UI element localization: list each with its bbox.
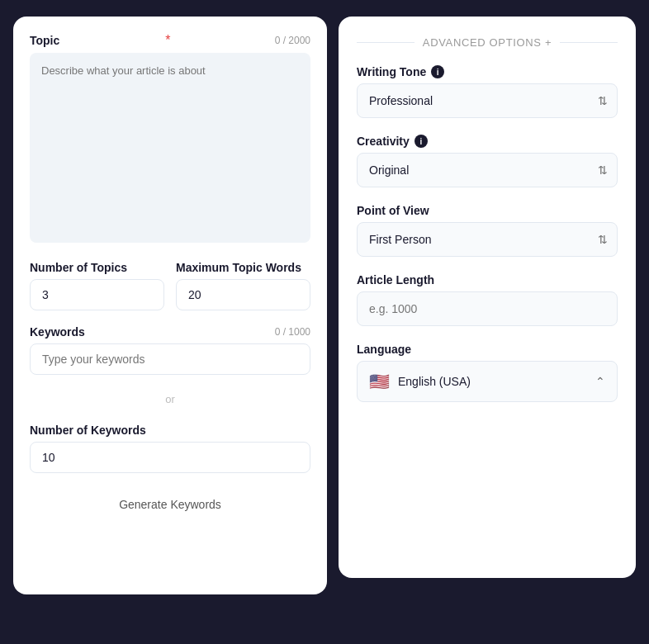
max-topic-words-input[interactable] <box>176 279 310 310</box>
topic-textarea[interactable] <box>30 53 310 243</box>
writing-tone-label-row: Writing Tone i <box>357 65 618 78</box>
topic-section: Topic* 0 / 2000 <box>30 33 310 246</box>
language-label-row: Language <box>357 343 618 356</box>
num-topics-input[interactable] <box>30 279 164 310</box>
point-of-view-label: Point of View <box>357 204 429 217</box>
topic-char-count: 0 / 2000 <box>275 35 310 46</box>
writing-tone-info-icon[interactable]: i <box>431 65 444 78</box>
num-keywords-group: Number of Keywords <box>30 424 310 473</box>
required-indicator: * <box>165 33 170 48</box>
generate-keywords-button[interactable]: Generate Keywords <box>30 491 310 518</box>
point-of-view-section: Point of View First Person Second Person… <box>357 204 618 257</box>
max-topic-words-group: Maximum Topic Words <box>176 261 310 310</box>
right-panel: ADVANCED OPTIONS + Writing Tone i Profes… <box>339 17 636 578</box>
advanced-options-header: ADVANCED OPTIONS + <box>357 36 618 49</box>
topic-label: Topic <box>30 34 59 47</box>
creativity-info-icon[interactable]: i <box>415 135 428 148</box>
keywords-input[interactable] <box>30 343 310 375</box>
keywords-label: Keywords <box>30 325 85 339</box>
num-keywords-input[interactable] <box>30 442 310 473</box>
creativity-label-row: Creativity i <box>357 135 618 148</box>
or-divider: or <box>30 393 310 405</box>
num-keywords-label: Number of Keywords <box>30 424 310 437</box>
language-chevron-up-icon: ⌃ <box>595 375 605 388</box>
point-of-view-select-wrapper: First Person Second Person Third Person … <box>357 222 618 257</box>
creativity-section: Creativity i Original Low Medium High ⇅ <box>357 135 618 187</box>
num-topics-group: Number of Topics <box>30 261 164 310</box>
article-length-input[interactable] <box>357 291 618 326</box>
language-value: English (USA) <box>398 375 471 388</box>
keywords-char-count: 0 / 1000 <box>275 326 310 338</box>
language-flag-icon: 🇺🇸 <box>369 372 390 391</box>
language-label: Language <box>357 343 411 356</box>
article-length-label: Article Length <box>357 273 434 286</box>
point-of-view-select[interactable]: First Person Second Person Third Person <box>357 222 618 257</box>
writing-tone-select[interactable]: Professional Casual Formal Friendly Humo… <box>357 83 618 118</box>
article-length-label-row: Article Length <box>357 273 618 286</box>
writing-tone-label: Writing Tone <box>357 65 426 78</box>
language-dropdown[interactable]: 🇺🇸 English (USA) ⌃ <box>357 361 618 402</box>
num-topics-label: Number of Topics <box>30 261 164 274</box>
writing-tone-section: Writing Tone i Professional Casual Forma… <box>357 65 618 118</box>
left-panel: Topic* 0 / 2000 Number of Topics Maximum… <box>13 17 327 594</box>
creativity-select[interactable]: Original Low Medium High <box>357 153 618 187</box>
creativity-label: Creativity <box>357 135 410 148</box>
language-left: 🇺🇸 English (USA) <box>369 372 471 391</box>
max-topic-words-label: Maximum Topic Words <box>176 261 310 274</box>
topics-row: Number of Topics Maximum Topic Words <box>30 261 310 310</box>
creativity-select-wrapper: Original Low Medium High ⇅ <box>357 153 618 187</box>
writing-tone-select-wrapper: Professional Casual Formal Friendly Humo… <box>357 83 618 118</box>
point-of-view-label-row: Point of View <box>357 204 618 217</box>
keywords-section: Keywords 0 / 1000 <box>30 325 310 375</box>
advanced-options-label: ADVANCED OPTIONS + <box>423 36 552 49</box>
article-length-section: Article Length <box>357 273 618 326</box>
language-section: Language 🇺🇸 English (USA) ⌃ <box>357 343 618 402</box>
